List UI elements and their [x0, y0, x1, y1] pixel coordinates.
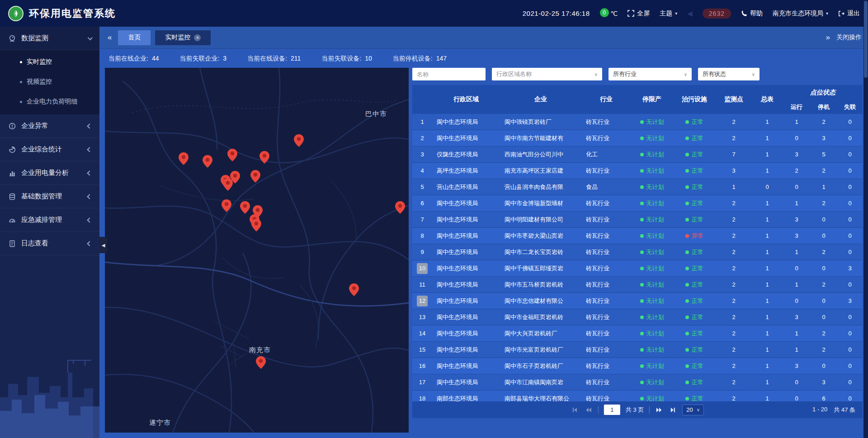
scrollbar-thumb[interactable] — [864, 1, 868, 78]
row-index: 1 — [412, 114, 432, 130]
alarm-count-badge[interactable]: 2632 — [703, 9, 731, 19]
table-row[interactable]: 3仪陇生态环境局西南油气田分公司川中化工无计划正常71350 — [412, 146, 863, 163]
close-operations-button[interactable]: 关闭操作 — [836, 33, 862, 42]
page-number-input[interactable]: 1 — [604, 405, 620, 415]
table-row[interactable]: 2阆中生态环境局阆中市南方节能建材有砖瓦行业无计划正常21030 — [412, 130, 863, 146]
sidebar-item-power-load-detail[interactable]: 企业电力负荷明细 — [0, 92, 99, 112]
table-row[interactable]: 18南部生态环境局南部县瑞华大理石有限公砖瓦行业无计划正常21060 — [412, 391, 863, 401]
table-row[interactable]: 7阆中生态环境局阆中明阳建材有限公司砖瓦行业无计划正常21300 — [412, 212, 863, 228]
table-row[interactable]: 6阆中生态环境局阆中市金博瑞新型墙材砖瓦行业无计划正常21120 — [412, 195, 863, 212]
row-limit-status: 无计划 — [631, 195, 673, 211]
chevron-left-icon — [87, 170, 92, 175]
logout-button[interactable]: 退出 — [838, 9, 860, 18]
sidebar-group-enterprise-abnormal[interactable]: 企业异常 — [0, 114, 99, 138]
map-pin[interactable] — [250, 170, 260, 183]
col-stop: 停机 — [810, 100, 837, 114]
table-row[interactable]: 10阆中生态环境局阆中千佛镇五郎垭页岩砖瓦行业无计划正常21003 — [412, 260, 863, 277]
table-row[interactable]: 15阆中生态环境局阆中市光富页岩机砖厂砖瓦行业无计划正常21120 — [412, 342, 863, 358]
row-industry: 砖瓦行业 — [581, 277, 631, 292]
table-row[interactable]: 8阆中生态环境局阆中市枣碧大梁山页岩砖瓦行业无计划异常21300 — [412, 228, 863, 244]
sound-icon[interactable]: ◀ — [687, 9, 693, 18]
map-pin[interactable] — [179, 152, 189, 165]
row-meters: 1 — [751, 374, 783, 390]
map-pin[interactable] — [251, 219, 261, 231]
sidebar-group-log-view[interactable]: 日志查看 — [0, 232, 99, 255]
map-pin[interactable] — [395, 201, 405, 214]
row-industry: 砖瓦行业 — [581, 391, 631, 401]
row-industry: 砖瓦行业 — [581, 374, 631, 390]
map-pin[interactable] — [256, 356, 266, 369]
table-row[interactable]: 9阆中生态环境局阆中市二龙长宝页岩砖砖瓦行业无计划正常21120 — [412, 244, 863, 260]
map-pin[interactable] — [227, 149, 237, 161]
row-limit-status: 无计划 — [631, 146, 673, 162]
table-row[interactable]: 11阆中生态环境局阆中市五马桥页岩机砖砖瓦行业无计划正常21120 — [412, 277, 863, 293]
industry-select[interactable]: 所有行业 ∨ — [609, 68, 692, 80]
first-page-button[interactable] — [571, 406, 579, 414]
fullscreen-button[interactable]: 全屏 — [627, 9, 650, 18]
gauge-icon — [8, 216, 16, 224]
sidebar-item-video-monitor[interactable]: 视频监控 — [0, 72, 99, 92]
map-pin[interactable] — [223, 178, 233, 191]
sidebar-item-realtime-monitor[interactable]: 实时监控 — [0, 52, 99, 72]
tabs-scroll-right-button[interactable]: » — [824, 33, 832, 42]
enterprise-table: 行政区域 企业 行业 停限产 治污设施 监测点 总表 点位状态 运行 停机 失联… — [412, 85, 863, 401]
table-row[interactable]: 16阆中生态环境局阆中市石子页岩机砖厂砖瓦行业无计划正常21300 — [412, 358, 863, 374]
org-dropdown[interactable]: 南充市生态环境局 ▾ — [773, 9, 828, 18]
theme-dropdown[interactable]: 主题 ▾ — [660, 9, 677, 18]
row-industry: 砖瓦行业 — [581, 195, 631, 211]
row-run: 1 — [783, 325, 810, 341]
sidebar-group-base-data[interactable]: 基础数据管理 — [0, 185, 99, 208]
status-select[interactable]: 所有状态 ∨ — [698, 68, 760, 80]
close-icon[interactable]: × — [194, 34, 201, 41]
row-industry: 砖瓦行业 — [581, 228, 631, 244]
map-pin[interactable] — [349, 283, 359, 296]
table-row[interactable]: 1阆中生态环境局阆中强锐页岩砖厂砖瓦行业无计划正常21120 — [412, 114, 863, 130]
last-page-button[interactable] — [669, 406, 677, 414]
page-size-select[interactable]: 20 ∨ — [682, 405, 704, 415]
map-pin[interactable] — [259, 151, 269, 164]
row-industry: 砖瓦行业 — [581, 293, 631, 309]
row-region: 仪陇生态环境局 — [432, 146, 500, 162]
sidebar-group-emergency-reduction[interactable]: 应急减排管理 — [0, 208, 99, 232]
help-button[interactable]: 帮助 — [741, 9, 763, 18]
tab-realtime-monitor[interactable]: 实时监控 × — [155, 30, 211, 45]
tabs-scroll-left-button[interactable]: « — [106, 33, 113, 42]
table-row[interactable]: 13阆中生态环境局阆中市金福旺页岩机砖砖瓦行业无计划正常21300 — [412, 309, 863, 325]
table-row[interactable]: 14阆中生态环境局阆中大兴页岩机砖厂砖瓦行业无计划正常21120 — [412, 325, 863, 342]
map-pin[interactable] — [240, 201, 250, 214]
prev-page-button[interactable] — [585, 406, 593, 414]
sidebar-group-data-monitoring[interactable]: 数据监测 — [0, 27, 99, 50]
sidebar-collapse-button[interactable]: ◀ — [99, 237, 107, 253]
map-canvas[interactable]: 巴中市南充市遂宁市 — [105, 68, 409, 433]
sidebar-group-enterprise-statistics[interactable]: 企业综合统计 — [0, 138, 99, 161]
filter-bar: 行政区域名称 ∨ 所有行业 ∨ 所有状态 ∨ — [412, 68, 863, 80]
row-treatment-status: 正常 — [673, 325, 716, 341]
row-points: 2 — [716, 195, 751, 211]
row-limit-status: 无计划 — [631, 212, 673, 227]
table-row[interactable]: 12阆中生态环境局阆中市忠信建材有限公砖瓦行业无计划正常21003 — [412, 293, 863, 309]
table-row[interactable]: 4高坪生态环境局南充市高坪区王家店建砖瓦行业无计划正常31220 — [412, 163, 863, 179]
row-stop: 0 — [810, 212, 837, 227]
sidebar-group-power-analysis[interactable]: 企业用电量分析 — [0, 161, 99, 185]
row-industry: 砖瓦行业 — [581, 309, 631, 325]
table-row[interactable]: 17阆中生态环境局阆中市江南镇阆南页岩砖瓦行业无计划正常21030 — [412, 374, 863, 391]
map-pin[interactable] — [294, 134, 304, 147]
row-lost: 3 — [837, 293, 863, 309]
row-treatment-status: 正常 — [673, 260, 716, 276]
row-points: 2 — [716, 391, 751, 401]
table-row[interactable]: 5营山生态环境局营山县润丰肉食品有限食品无计划正常10010 — [412, 179, 863, 195]
row-treatment-status: 正常 — [673, 277, 716, 292]
row-treatment-status: 正常 — [673, 163, 716, 179]
row-lost: 3 — [837, 260, 863, 276]
col-meters: 总表 — [751, 85, 783, 114]
scrollbar-track[interactable] — [863, 0, 868, 438]
col-region: 行政区域 — [432, 85, 500, 114]
row-limit-status: 无计划 — [631, 293, 673, 309]
tab-home[interactable]: 首页 — [118, 30, 151, 45]
region-select[interactable]: 行政区域名称 ∨ — [492, 68, 602, 80]
next-page-button[interactable] — [655, 406, 663, 414]
main-content: 当前在线企业:44 当前失联企业:3 当前在线设备:211 当前失联设备:10 … — [99, 49, 868, 438]
name-search-input[interactable] — [412, 68, 486, 80]
map-pin[interactable] — [203, 155, 212, 168]
map-pin[interactable] — [222, 199, 231, 212]
